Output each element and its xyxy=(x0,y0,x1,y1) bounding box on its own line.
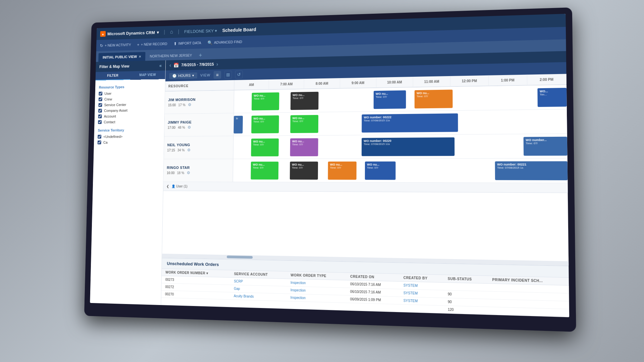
new-record-button[interactable]: + + NEW RECORD xyxy=(137,41,167,47)
sidebar-collapse-button[interactable]: « xyxy=(159,63,162,68)
checkbox-account-input[interactable] xyxy=(98,115,102,118)
advanced-find-label: ADVANCED FIND xyxy=(214,40,242,45)
advanced-find-button[interactable]: 🔍 ADVANCED FIND xyxy=(207,39,242,45)
checkbox-company-asset-input[interactable] xyxy=(98,109,102,112)
sidebar-tab-filter[interactable]: FILTER xyxy=(96,71,130,80)
wo-neil-4[interactable]: WO number... Time: 07/ xyxy=(524,137,568,156)
type-link-inspection-2[interactable]: Inspection xyxy=(290,288,306,292)
type-link-inspection-3[interactable]: Inspection xyxy=(290,296,306,300)
tab-initial-public-view[interactable]: INITIAL PUBLIC VIEW ✕ xyxy=(98,52,146,62)
checkbox-crew[interactable]: Crew xyxy=(99,97,161,101)
new-record-icon: + xyxy=(137,42,140,47)
brand-dropdown-icon[interactable]: ▾ xyxy=(157,30,159,35)
created-by-link-2[interactable]: SYSTEM xyxy=(404,291,418,295)
scroll-left-icon[interactable]: ❮ xyxy=(166,184,169,188)
laptop-frame: ▲ Microsoft Dynamics CRM ▾ | ⌂ | FIELDON… xyxy=(0,0,644,362)
checkbox-undefined-territory[interactable]: <Undefined> xyxy=(98,134,160,139)
wo-ringo-5[interactable]: WO number: 00221 Time: 07/08/2015 1s xyxy=(495,161,568,180)
tab-label-2: NORTHERN NEW JERSEY xyxy=(150,53,192,58)
wo-neil-1[interactable]: WO nu... Time: 07/ xyxy=(251,138,279,157)
tab-add-button[interactable]: + xyxy=(196,51,205,59)
created-by-link-1[interactable]: SYSTEM xyxy=(404,284,418,288)
scroll-thumb[interactable] xyxy=(227,255,253,258)
grid-view-button[interactable]: ⊞ xyxy=(224,71,232,79)
resource-info-ringo: RINGO STAR 16:00 18 % ⚙ xyxy=(163,159,233,182)
wo-jimmy-small[interactable]: 7/ xyxy=(234,116,243,133)
user-row-footer: ❮ 👤 User (1) xyxy=(163,182,568,193)
new-activity-button[interactable]: ↻ + NEW ACTIVITY xyxy=(100,42,131,48)
schedule-area: ‹ 📅 7/6/2015 - 7/9/2015 › 🕐 HOURS ▾ VIEW xyxy=(161,51,569,317)
account-link-acuity[interactable]: Acuity Brands xyxy=(234,294,254,299)
resource-name-jim: JIM MORRISON xyxy=(168,97,230,102)
wo-time: Time: 07/ xyxy=(292,97,317,100)
resource-column-header: RESOURCE xyxy=(165,80,234,91)
time-900am: 9:00 AM xyxy=(340,77,376,88)
refresh-button[interactable]: ↺ xyxy=(235,70,243,78)
wo-time: Time: 07/ xyxy=(376,95,404,99)
unscheduled-section: Unscheduled Work Orders WORK ORDER NUMBE… xyxy=(161,258,569,317)
wo-time: Tim... xyxy=(540,93,565,96)
resource-time-jim: 15:00 xyxy=(168,103,176,107)
import-icon: ⬆ xyxy=(173,41,177,46)
wo-ringo-1[interactable]: WO nu... Time: 07/ xyxy=(251,162,278,179)
wo-neil-3[interactable]: WO number: 00220 Time: 07/08/2015 11s xyxy=(362,137,454,156)
checkbox-service-center-input[interactable] xyxy=(98,103,102,107)
wo-neil-2[interactable]: WO nu... Time: 07/ xyxy=(290,138,318,156)
list-view-button[interactable]: ≡ xyxy=(213,71,221,79)
checkbox-ca-input[interactable] xyxy=(98,140,101,144)
wo-created-on-empty xyxy=(346,303,399,312)
time-slots-row-ringo: WO nu... Time: 07/ WO nu... Time: 07/ WO… xyxy=(233,159,568,183)
new-activity-label: + NEW ACTIVITY xyxy=(105,43,131,47)
created-by-link-3[interactable]: SYSTEM xyxy=(404,299,418,303)
checkbox-crew-input[interactable] xyxy=(99,98,102,101)
checkbox-user-input[interactable] xyxy=(99,92,102,96)
resource-meta-jimmy: 17:00 48 % ⚙ xyxy=(168,125,230,130)
hours-selector[interactable]: 🕐 HOURS ▾ xyxy=(169,72,197,79)
col-created-by[interactable]: CREATED BY xyxy=(399,274,443,282)
resource-pct-neil: 34 % xyxy=(177,148,184,152)
col-sub-status[interactable]: SUB-STATUS xyxy=(443,275,488,284)
checkbox-account[interactable]: Account xyxy=(98,114,161,118)
time-200pm: 2:00 PM xyxy=(527,74,567,85)
wo-jimmy-1[interactable]: WO nu... Time: 07/ xyxy=(251,115,279,133)
wo-jim-1[interactable]: WO nu... Time: 07/ xyxy=(252,93,279,111)
type-link-inspection-1[interactable]: Inspection xyxy=(290,281,306,285)
wo-jim-4[interactable]: WO nu... Time: 07/ xyxy=(415,89,453,108)
wo-jimmy-3[interactable]: WO number: 00222 Time: 07/08/2015 11s xyxy=(362,113,458,132)
resource-info-jimmy: JIMMY PAIGE 17:00 48 % ⚙ xyxy=(164,113,234,136)
wo-ringo-4[interactable]: WO nu... Time: 07/ xyxy=(365,162,396,180)
wo-jimmy-2[interactable]: WO nu... Time: 07/ xyxy=(290,115,318,133)
checkbox-company-asset[interactable]: Company Asset xyxy=(98,108,161,113)
checkbox-ca-territory[interactable]: Ca xyxy=(98,140,160,144)
next-date-button[interactable]: › xyxy=(216,61,218,67)
time-slots-row-neil: WO nu... Time: 07/ WO nu... Time: 07/ WO… xyxy=(233,134,568,159)
checkbox-user[interactable]: User xyxy=(99,91,161,96)
tab-close-icon-1[interactable]: ✕ xyxy=(139,55,141,58)
unscheduled-title: Unscheduled Work Orders xyxy=(167,261,219,267)
checkbox-account-label: Account xyxy=(104,114,116,118)
brand-logo[interactable]: ▲ Microsoft Dynamics CRM ▾ xyxy=(100,29,159,37)
checkbox-undefined-input[interactable] xyxy=(98,135,101,138)
wo-time: Time: 07/08/2015 11s xyxy=(364,142,452,145)
prev-date-button[interactable]: ‹ xyxy=(169,62,171,68)
checkbox-undefined-label: <Undefined> xyxy=(103,135,122,139)
wo-ringo-2[interactable]: WO nu... Time: 07/ xyxy=(290,162,318,180)
import-data-button[interactable]: ⬆ IMPORT DATA xyxy=(173,41,201,46)
checkbox-contact[interactable]: Contact xyxy=(98,120,161,124)
wo-jim-3[interactable]: WO nu... Time: 07/ xyxy=(374,90,406,109)
home-icon[interactable]: ⌂ xyxy=(170,29,173,35)
schedule-grid: RESOURCE AM 7:00 AM 8:00 AM 9:00 AM 10:0… xyxy=(162,74,569,265)
checkbox-contact-label: Contact xyxy=(104,120,115,124)
sidebar-tab-map[interactable]: MAP VIEW xyxy=(130,70,165,80)
wo-ringo-3[interactable]: WO nu... Time: 07/ xyxy=(328,162,357,180)
fieldone-nav[interactable]: FIELDONE SKY ▾ xyxy=(184,28,217,34)
wo-jim-5[interactable]: WO... Tim... xyxy=(537,88,567,107)
wo-title: WO number... xyxy=(526,138,565,142)
wo-jim-2[interactable]: WO nu... Time: 07/ xyxy=(290,92,319,110)
checkbox-contact-input[interactable] xyxy=(98,120,102,124)
checkbox-service-center[interactable]: Service Center xyxy=(98,102,161,107)
tab-northern-nj[interactable]: NORTHERN NEW JERSEY xyxy=(145,51,196,61)
account-link-scrp[interactable]: SCRP xyxy=(234,280,243,284)
account-link-gap[interactable]: Gap xyxy=(234,287,240,291)
new-activity-icon: ↻ xyxy=(100,43,103,48)
